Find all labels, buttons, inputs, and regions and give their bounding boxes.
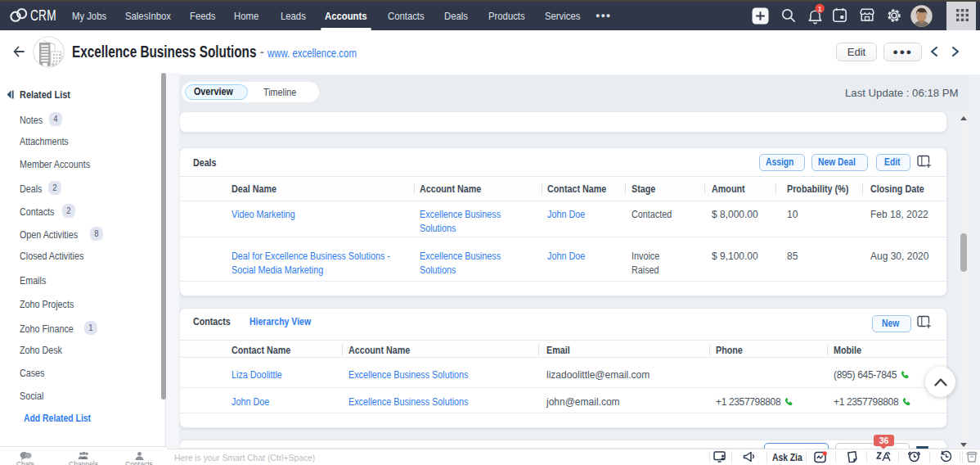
svg-text:1: 1	[818, 4, 822, 13]
